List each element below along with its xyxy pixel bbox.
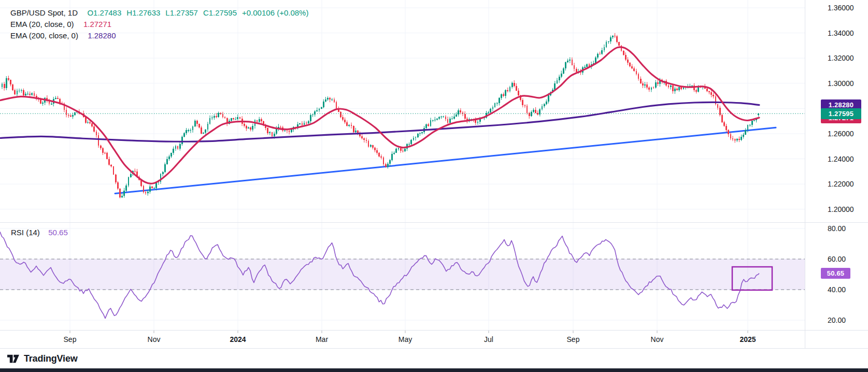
ema20-line[interactable] — [0, 47, 759, 184]
price-axis-label: 1.22000 — [828, 179, 854, 189]
price-axis-label: 1.26000 — [828, 129, 854, 138]
ohlc-c: C1.27595 — [203, 8, 237, 17]
time-axis-label: Nov — [639, 335, 675, 344]
main-pane-legend: GBP/USD Spot, 1D O1.27483H1.27633L1.2735… — [10, 7, 308, 41]
chart-root: GBP/USD Spot, 1D O1.27483H1.27633L1.2735… — [0, 0, 868, 372]
ohlc-h: H1.27633 — [126, 8, 160, 17]
rsi-legend-row[interactable]: RSI (14) 50.65 — [11, 227, 68, 238]
rsi-axis-label: 20.00 — [828, 316, 846, 325]
symbol-legend-row[interactable]: GBP/USD Spot, 1D O1.27483H1.27633L1.2735… — [10, 7, 308, 19]
ema200-label: EMA (200, close, 0) — [10, 31, 78, 40]
rsi-band — [0, 259, 805, 290]
window-bottom-edge — [0, 368, 868, 372]
price-axis-label: 1.32000 — [828, 53, 854, 63]
ema200-line[interactable] — [0, 102, 759, 141]
time-axis-label: Jul — [471, 335, 507, 344]
time-axis-label: May — [387, 335, 423, 344]
rsi-value-badge: 50.65 — [821, 268, 850, 279]
time-axis-label: Mar — [304, 335, 340, 344]
ascending-trendline[interactable] — [115, 127, 776, 193]
rsi-axis-label: 40.00 — [828, 285, 846, 294]
tradingview-logo-icon[interactable] — [7, 353, 20, 364]
candlestick-series[interactable] — [2, 33, 759, 198]
time-axis-label: 2025 — [730, 335, 766, 344]
tradingview-logo-text[interactable]: TradingView — [24, 353, 78, 364]
ema20-legend-row[interactable]: EMA (20, close, 0) 1.27271 — [10, 19, 308, 30]
price-axis-label: 1.30000 — [828, 79, 854, 88]
last-price-badge: 1.27595 — [821, 108, 861, 119]
price-axis-label: 1.36000 — [828, 3, 854, 12]
footer-branding: TradingView — [7, 353, 78, 364]
rsi-axis-label: 80.00 — [828, 224, 846, 233]
time-axis-label: Nov — [136, 335, 172, 344]
ema200-value: 1.28280 — [88, 31, 116, 40]
symbol-title: GBP/USD Spot, 1D — [10, 8, 78, 17]
ema20-label: EMA (20, close, 0) — [10, 20, 74, 28]
price-scale[interactable] — [805, 0, 868, 348]
rsi-axis-label: 60.00 — [828, 254, 846, 264]
rsi-value: 50.65 — [48, 228, 68, 237]
price-axis-label: 1.24000 — [828, 154, 854, 164]
time-axis-label: Sep — [555, 335, 591, 344]
change-value: +0.00106 (+0.08%) — [242, 8, 308, 17]
time-axis-label: 2024 — [220, 335, 256, 344]
rsi-label: RSI (14) — [11, 228, 40, 237]
time-axis-label: Sep — [52, 335, 88, 344]
chart-canvas[interactable] — [0, 0, 868, 372]
ohlc-l: L1.27357 — [165, 8, 198, 17]
price-axis-label: 1.20000 — [828, 205, 854, 214]
ema20-value: 1.27271 — [83, 20, 111, 28]
price-axis-label: 1.34000 — [828, 28, 854, 38]
ema200-legend-row[interactable]: EMA (200, close, 0) 1.28280 — [10, 30, 308, 41]
ohlc-o: O1.27483 — [87, 8, 121, 17]
ohlc-values: O1.27483H1.27633L1.27357C1.27595+0.00106… — [87, 8, 308, 17]
